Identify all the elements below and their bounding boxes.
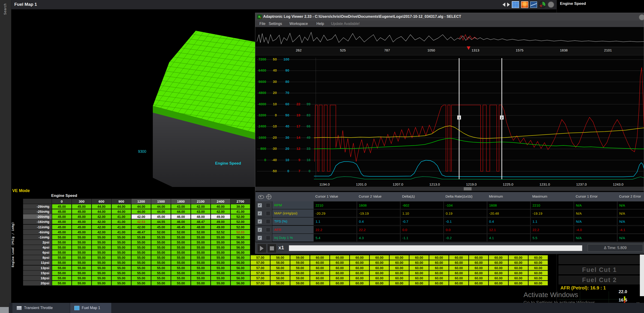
ve-cell[interactable]: 55.00 — [151, 240, 171, 245]
ve-cell[interactable]: 55.00 — [131, 245, 151, 250]
ve-cell-extended[interactable]: 60.00 — [489, 260, 508, 265]
ve-cell[interactable]: 55.00 — [52, 255, 72, 260]
chart-view-icon[interactable] — [530, 2, 537, 8]
ve-cell-extended[interactable]: 60.00 — [469, 281, 488, 286]
ve-cell-extended[interactable]: 59.00 — [290, 276, 310, 280]
ve-cell-extended[interactable]: 60.00 — [469, 260, 488, 265]
cursor-checkbox-unchecked[interactable] — [266, 236, 270, 240]
ve-cell[interactable]: 55.00 — [92, 276, 111, 280]
ve-row-header[interactable]: 20psi — [23, 281, 52, 286]
ve-cell[interactable]: 45.00 — [52, 224, 72, 230]
ve-cell[interactable]: 55.00 — [52, 235, 72, 240]
ve-cell[interactable]: 49.00 — [211, 214, 230, 219]
ve-cell[interactable]: 52.00 — [191, 230, 210, 234]
ve-cell[interactable]: 45.00 — [52, 204, 72, 209]
ve-cell[interactable]: 55.00 — [151, 260, 171, 265]
ve-cell[interactable]: 55.00 — [211, 255, 230, 260]
ve-col-header[interactable]: 0 — [52, 199, 72, 204]
ve-cell[interactable]: 55.00 — [171, 240, 191, 245]
ve-cell[interactable]: 42.00 — [92, 219, 111, 224]
ve-cell[interactable]: 52.52 — [211, 230, 230, 234]
ve-cell-extended[interactable]: 60.00 — [390, 260, 409, 265]
ve-cell-extended[interactable]: 57.00 — [250, 281, 270, 286]
ve-cell[interactable]: 43.00 — [171, 204, 191, 209]
next-arrow-icon[interactable] — [507, 2, 510, 7]
ve-cell[interactable]: 55.00 — [72, 245, 92, 250]
ve-row-header[interactable]: -16inHg — [23, 219, 52, 224]
chart-h-scrollbar[interactable] — [255, 187, 644, 191]
ve-cell[interactable]: 55.00 — [151, 276, 171, 280]
ve-cell-extended[interactable]: 60.00 — [370, 276, 389, 280]
ve-col-header[interactable]: 2400 — [211, 199, 230, 204]
cursor-checkbox-unchecked[interactable] — [266, 203, 270, 208]
stop-button[interactable] — [267, 244, 276, 253]
ve-cell[interactable]: 55.00 — [211, 276, 230, 280]
playback-progress-track[interactable] — [289, 245, 582, 251]
ve-cell[interactable]: 49.00 — [211, 219, 230, 224]
ve-cell[interactable]: 46.00 — [171, 214, 191, 219]
ve-cell[interactable]: 56.00 — [230, 245, 250, 250]
ve-cell-extended[interactable]: 60.00 — [350, 260, 369, 265]
log-row-name[interactable]: TPS (%) — [272, 218, 314, 225]
ve-cell[interactable]: 55.00 — [211, 260, 230, 265]
ve-cell-extended[interactable]: 60.00 — [469, 270, 488, 276]
ve-cell[interactable]: 55.00 — [52, 260, 72, 265]
ve-cell[interactable]: 55.00 — [112, 255, 131, 260]
log-table-header[interactable]: Delta Rate(Δx/Δt) — [446, 194, 486, 198]
ve-cell[interactable]: 55.00 — [211, 235, 230, 240]
ve-row-header[interactable]: 6psi — [23, 250, 52, 255]
ve-cell[interactable]: 55.00 — [112, 240, 131, 245]
visibility-checkbox-checked[interactable]: ✓ — [258, 228, 262, 232]
ve-cell[interactable]: 55.00 — [151, 281, 171, 286]
ve-cell[interactable]: 40.00 — [211, 204, 230, 209]
ve-cell[interactable]: 55.00 — [211, 240, 230, 245]
ve-cell-extended[interactable]: 60.00 — [330, 276, 350, 280]
ve-cell-extended[interactable]: 60.00 — [429, 270, 449, 276]
ve-cell[interactable]: 55.00 — [171, 235, 191, 240]
ve-row-header[interactable]: -29inHg — [23, 204, 52, 209]
ve-cell-extended[interactable]: 60.00 — [409, 255, 429, 260]
log-row-name[interactable]: RPM — [272, 201, 314, 209]
ve-cell-extended[interactable]: 60.00 — [370, 281, 389, 286]
ve-cell[interactable]: 55.00 — [112, 281, 131, 286]
visibility-checkbox-checked[interactable]: ✓ — [258, 203, 262, 208]
gauge-view-icon[interactable] — [539, 1, 546, 8]
ve-cell[interactable]: 45.00 — [72, 204, 92, 209]
ve-cell[interactable]: 49.00 — [211, 224, 230, 230]
ve-cell[interactable]: 56.00 — [230, 270, 250, 276]
close-view-icon[interactable] — [548, 2, 554, 8]
close-icon[interactable] — [639, 14, 644, 20]
ve-cell-extended[interactable]: 60.00 — [429, 266, 449, 270]
ve-cell[interactable]: 44.00 — [151, 204, 171, 209]
log-viewer-titlebar[interactable]: Adaptronic Log Viewer 2.33 - C:\Users\ch… — [255, 13, 644, 20]
ve-cell[interactable]: 42.00 — [92, 230, 111, 234]
ve-cell[interactable]: 55.00 — [72, 260, 92, 265]
ve-cell-extended[interactable]: 60.00 — [310, 281, 330, 286]
taskbar-tab-transient-throttle[interactable]: Transient Throttle — [12, 303, 70, 313]
ve-cell[interactable]: 55.00 — [92, 266, 111, 270]
ve-cell[interactable]: 45.00 — [52, 214, 72, 219]
ve-cell[interactable]: 55.00 — [171, 260, 191, 265]
ve-cell[interactable]: 44.00 — [151, 209, 171, 214]
ve-cell[interactable]: 45.00 — [72, 230, 92, 234]
ve-cell[interactable]: 55.00 — [112, 270, 131, 276]
ve-cell[interactable]: 55.00 — [112, 260, 131, 265]
cursor-checkbox-unchecked[interactable] — [266, 211, 270, 216]
ve-cell-extended[interactable]: 60.00 — [489, 276, 508, 280]
ve-cell[interactable]: 55.00 — [131, 266, 151, 270]
ve-row-header[interactable]: -11inHg — [23, 224, 52, 230]
ve-cell-extended[interactable]: 60.00 — [350, 266, 369, 270]
ve-cell-extended[interactable]: 60.00 — [409, 266, 429, 270]
ve-cell[interactable]: 55.00 — [52, 276, 72, 280]
ve-cell-extended[interactable]: 60.00 — [310, 276, 330, 280]
ve-cell[interactable]: 55.00 — [131, 260, 151, 265]
log-table-header[interactable]: Maximum — [532, 194, 573, 198]
visibility-checkbox-checked[interactable]: ✓ — [258, 219, 262, 224]
ve-cell[interactable]: 45.00 — [72, 209, 92, 214]
ve-cell[interactable]: 55.00 — [131, 270, 151, 276]
ve-cell-extended[interactable]: 57.00 — [250, 255, 270, 260]
ve-cell[interactable]: 55.00 — [92, 240, 111, 245]
ve-cell[interactable]: 55.55 — [151, 235, 171, 240]
table-view-icon[interactable] — [512, 1, 519, 8]
ve-cell-extended[interactable]: 60.00 — [390, 270, 409, 276]
